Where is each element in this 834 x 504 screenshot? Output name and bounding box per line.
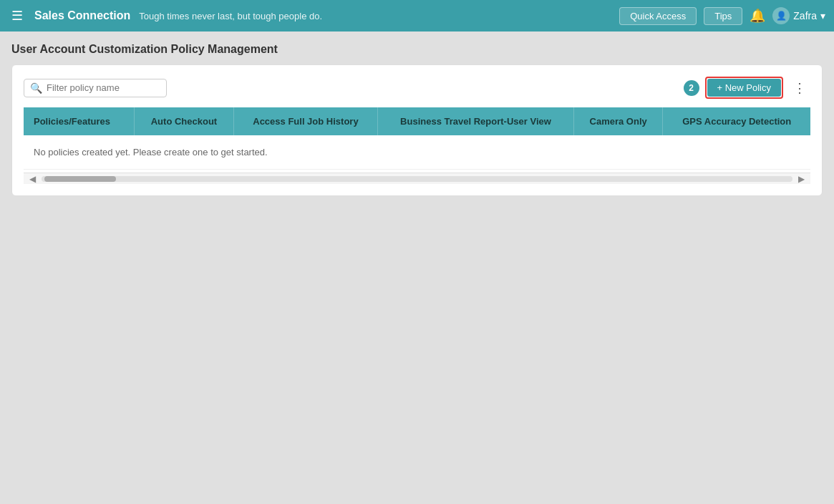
policies-table: Policies/Features Auto Checkout Access F… [24, 107, 810, 170]
brand-name: Sales Connection [34, 9, 130, 22]
search-input[interactable] [47, 82, 160, 93]
tips-button[interactable]: Tips [704, 7, 742, 25]
bell-icon[interactable]: 🔔 [750, 8, 765, 24]
scrollbar-track[interactable] [42, 176, 792, 182]
hamburger-icon[interactable]: ☰ [9, 5, 26, 26]
col-gps-accuracy: GPS Accuracy Detection [663, 107, 810, 135]
chevron-down-icon: ▾ [820, 10, 825, 21]
user-menu[interactable]: 👤 Zafra ▾ [772, 7, 825, 24]
more-options-button[interactable]: ⋮ [789, 79, 810, 97]
table-row-empty: No policies created yet. Please create o… [24, 135, 810, 170]
scroll-left-icon[interactable]: ◀ [26, 174, 39, 184]
col-business-travel-report: Business Travel Report-User View [378, 107, 574, 135]
top-navigation: ☰ Sales Connection Tough times never las… [0, 0, 834, 32]
avatar: 👤 [772, 7, 790, 24]
col-camera-only: Camera Only [573, 107, 663, 135]
col-access-full-job-history: Access Full Job History [233, 107, 377, 135]
user-icon: 👤 [776, 11, 787, 21]
search-wrapper: 🔍 [24, 79, 167, 97]
toolbar-right: 2 + New Policy ⋮ [684, 77, 811, 99]
quick-access-button[interactable]: Quick Access [619, 7, 697, 25]
user-name: Zafra [793, 10, 817, 21]
table-header-row: Policies/Features Auto Checkout Access F… [24, 107, 810, 135]
brand-tagline: Tough times never last, but tough people… [139, 11, 611, 21]
page-title: User Account Customization Policy Manage… [11, 43, 823, 56]
col-auto-checkout: Auto Checkout [135, 107, 234, 135]
scrollbar-area: ◀ ▶ [24, 173, 810, 184]
new-policy-highlight: + New Policy [705, 77, 784, 99]
badge-count: 2 [684, 80, 699, 96]
empty-message: No policies created yet. Please create o… [24, 135, 810, 170]
scroll-right-icon[interactable]: ▶ [795, 174, 808, 184]
new-policy-button[interactable]: + New Policy [707, 79, 782, 97]
topnav-right-section: Quick Access Tips 🔔 👤 Zafra ▾ [619, 7, 825, 25]
col-policies-features: Policies/Features [24, 107, 135, 135]
search-icon: 🔍 [30, 82, 42, 94]
toolbar: 🔍 2 + New Policy ⋮ [24, 77, 810, 99]
main-card: 🔍 2 + New Policy ⋮ Policies/Features Aut… [11, 64, 823, 196]
page-wrapper: User Account Customization Policy Manage… [0, 32, 834, 208]
scrollbar-thumb[interactable] [44, 176, 116, 182]
table-container: Policies/Features Auto Checkout Access F… [24, 107, 810, 170]
